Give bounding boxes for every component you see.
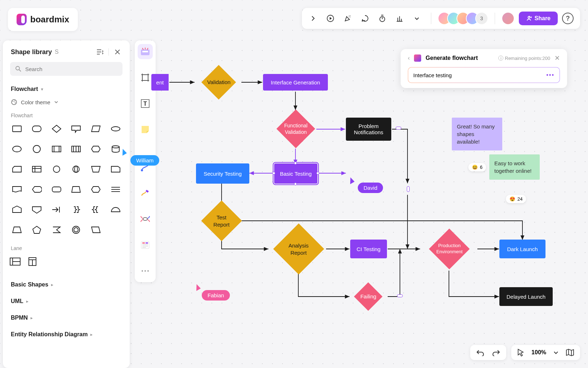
close-icon[interactable] bbox=[113, 48, 122, 56]
shape-card[interactable] bbox=[9, 162, 25, 176]
node-security-testing[interactable]: Security Testing bbox=[196, 163, 249, 184]
shape-circle2[interactable] bbox=[49, 162, 64, 176]
svg-point-59 bbox=[147, 270, 149, 272]
map-icon[interactable] bbox=[566, 349, 574, 356]
svg-point-31 bbox=[72, 226, 80, 233]
shape-bracket-right[interactable] bbox=[68, 203, 84, 216]
tool-mindmap[interactable] bbox=[138, 211, 153, 227]
comment-icon[interactable] bbox=[360, 14, 370, 23]
avatar-overflow[interactable]: 3 bbox=[475, 12, 488, 25]
shape-rectangle[interactable] bbox=[9, 122, 25, 136]
tool-frame[interactable] bbox=[138, 70, 153, 85]
shape-trapezoid[interactable] bbox=[88, 162, 104, 176]
node-problem-notifications[interactable]: Problem Notifications bbox=[346, 118, 391, 141]
reaction-badge-1[interactable]: 😆6 bbox=[468, 163, 486, 171]
shape-table[interactable] bbox=[29, 162, 45, 176]
ai-back-icon[interactable]: ‹ bbox=[408, 55, 410, 61]
shape-sum[interactable] bbox=[49, 223, 64, 237]
tool-pen[interactable] bbox=[138, 185, 153, 201]
sticky-note-2[interactable]: Easy to work together online! bbox=[489, 154, 540, 180]
tool-sticky[interactable] bbox=[138, 122, 153, 137]
node-delayed-launch[interactable]: Delayed Launch bbox=[499, 287, 553, 306]
zoom-level[interactable]: 100% bbox=[531, 349, 546, 356]
shape-bracket-left[interactable] bbox=[88, 203, 104, 216]
redo-button[interactable] bbox=[492, 349, 500, 356]
chevron-right-icon[interactable] bbox=[308, 14, 318, 23]
celebrate-icon[interactable] bbox=[343, 14, 352, 23]
node-interface-generation[interactable]: Interface Generation bbox=[263, 74, 328, 91]
shape-semicircle[interactable] bbox=[108, 203, 123, 216]
shape-circle[interactable] bbox=[29, 142, 45, 156]
more-chevron-icon[interactable] bbox=[412, 14, 422, 23]
shape-roundrect2[interactable] bbox=[49, 183, 64, 196]
current-user-avatar[interactable] bbox=[502, 12, 514, 25]
tool-more[interactable] bbox=[138, 263, 153, 279]
collaborator-avatars[interactable]: 3 bbox=[438, 12, 488, 25]
shape-cylinder[interactable] bbox=[108, 142, 123, 156]
ai-input-field[interactable] bbox=[413, 72, 546, 78]
shape-predefined[interactable] bbox=[49, 142, 64, 156]
share-button[interactable]: Share bbox=[519, 12, 558, 25]
ai-logo-icon bbox=[414, 54, 421, 62]
shape-roundrect[interactable] bbox=[29, 122, 45, 136]
connector-pill[interactable] bbox=[397, 294, 403, 297]
shape-double-circle[interactable] bbox=[68, 223, 84, 237]
shape-ellipse[interactable] bbox=[9, 142, 25, 156]
shape-shield[interactable] bbox=[29, 203, 45, 216]
node-dark-launch[interactable]: Dark Launch bbox=[499, 240, 545, 258]
category-bpmn[interactable]: BPMN▸ bbox=[3, 310, 130, 326]
category-basic-shapes[interactable]: Basic Shapes▸ bbox=[3, 276, 130, 293]
shape-arrow-right[interactable] bbox=[49, 203, 64, 216]
shape-lines[interactable] bbox=[108, 183, 123, 196]
svg-point-4 bbox=[12, 100, 17, 105]
ai-generate-panel: ‹ Generate flowchart iRemaining points:2… bbox=[401, 49, 567, 88]
shape-or[interactable] bbox=[68, 162, 84, 176]
undo-button[interactable] bbox=[476, 349, 485, 356]
list-toggle-icon[interactable] bbox=[95, 48, 104, 56]
shape-pentagon[interactable] bbox=[29, 223, 45, 237]
shape-trapezoid3[interactable] bbox=[9, 223, 25, 237]
search-input[interactable] bbox=[10, 62, 122, 76]
search-field[interactable] bbox=[25, 66, 117, 72]
shape-manual-input[interactable] bbox=[108, 162, 123, 176]
ai-input[interactable]: ••• bbox=[408, 67, 560, 83]
reaction-badge-2[interactable]: 😍24 bbox=[506, 195, 526, 203]
shape-document[interactable] bbox=[9, 183, 25, 196]
node-ci-testing[interactable]: CI Testing bbox=[350, 240, 387, 258]
shape-pentagon-up[interactable] bbox=[9, 203, 25, 216]
shape-hexagon[interactable] bbox=[88, 142, 104, 156]
timer-icon[interactable] bbox=[378, 14, 387, 23]
shape-ellipse-flat[interactable] bbox=[108, 122, 123, 136]
node-ent[interactable]: ent bbox=[151, 74, 169, 91]
connector-pill[interactable] bbox=[407, 186, 410, 192]
shape-display[interactable] bbox=[29, 183, 45, 196]
color-theme-select[interactable]: Color theme bbox=[3, 95, 130, 111]
category-erd[interactable]: Entity Relationship Diagram▸ bbox=[3, 326, 130, 343]
shape-diamond[interactable] bbox=[49, 122, 64, 136]
brand-logo[interactable]: boardmix bbox=[8, 8, 78, 31]
tool-templates[interactable] bbox=[138, 44, 153, 59]
help-button[interactable]: ? bbox=[562, 13, 574, 24]
ai-close-icon[interactable]: ✕ bbox=[554, 54, 560, 62]
shape-parallelogram[interactable] bbox=[88, 122, 104, 136]
shape-lane-vertical[interactable] bbox=[27, 255, 39, 268]
chart-icon[interactable] bbox=[395, 14, 404, 23]
tool-text[interactable]: T bbox=[138, 96, 153, 111]
svg-rect-13 bbox=[52, 146, 61, 152]
shape-lane-horizontal[interactable] bbox=[9, 255, 21, 268]
connector-pill[interactable] bbox=[396, 127, 401, 130]
zoom-chevron-icon[interactable] bbox=[553, 350, 558, 355]
shape-internal-storage[interactable] bbox=[68, 142, 84, 156]
shape-hexagon2[interactable] bbox=[88, 183, 104, 196]
shape-callout[interactable] bbox=[68, 122, 84, 136]
play-icon[interactable] bbox=[326, 14, 335, 23]
node-basic-testing[interactable]: Basic Testing bbox=[274, 163, 317, 184]
svg-rect-8 bbox=[13, 126, 21, 132]
category-uml[interactable]: UML▸ bbox=[3, 293, 130, 310]
group-select[interactable]: Flowchart▾ bbox=[3, 83, 130, 95]
tool-table[interactable] bbox=[138, 237, 153, 253]
shape-parallelogram2[interactable] bbox=[88, 223, 104, 237]
sticky-note-1[interactable]: Great! So many shapes available! bbox=[452, 118, 502, 150]
shape-trapezoid2[interactable] bbox=[68, 183, 84, 196]
pointer-tool-icon[interactable] bbox=[517, 349, 524, 356]
